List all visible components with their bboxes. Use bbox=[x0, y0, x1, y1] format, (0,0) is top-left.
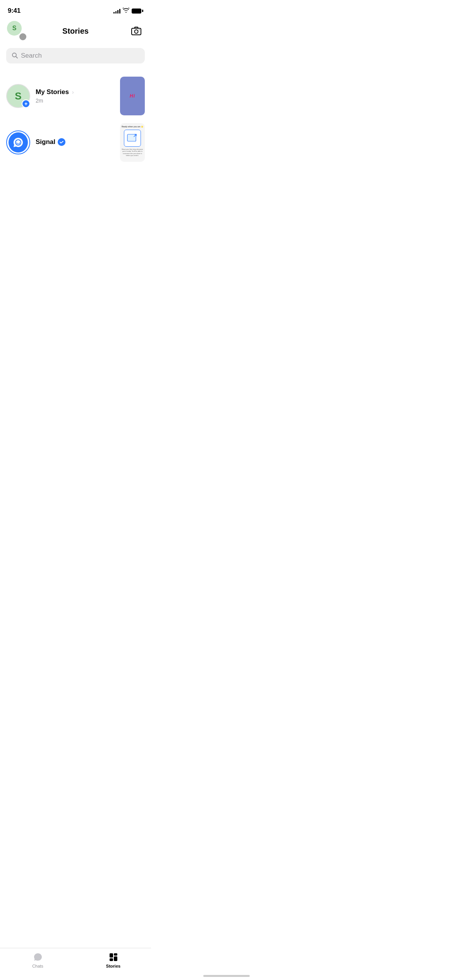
story-item-my-stories[interactable]: S + My Stories › 2m Hi bbox=[0, 73, 151, 119]
signal-thumb-header: Ready when you are 🌟 bbox=[122, 125, 143, 128]
svg-rect-0 bbox=[132, 28, 141, 35]
status-icons bbox=[113, 8, 143, 14]
svg-point-2 bbox=[139, 29, 140, 30]
page-title: Stories bbox=[62, 27, 89, 36]
signal-thumb-bg: Ready when you are 🌟 Share your first st… bbox=[120, 123, 145, 162]
signal-name-row: Signal bbox=[36, 138, 115, 146]
story-item-signal[interactable]: Signal Ready when you are 🌟 bbox=[0, 119, 151, 166]
my-stories-initial: S bbox=[15, 90, 21, 102]
avatar-overlap-dot bbox=[19, 33, 27, 41]
signal-logo-icon bbox=[12, 136, 25, 149]
my-stories-thumb-bg: Hi bbox=[120, 77, 145, 115]
signal-avatar-wrap bbox=[6, 130, 30, 154]
status-bar: 9:41 bbox=[0, 0, 151, 19]
signal-avatar-ring bbox=[6, 130, 30, 154]
signal-name: Signal bbox=[36, 138, 55, 146]
add-story-badge: + bbox=[22, 99, 30, 108]
signal-thumb-footer: Share your first story whenever you're r… bbox=[122, 148, 143, 157]
verified-badge-icon bbox=[58, 138, 65, 146]
signal-thumbnail[interactable]: Ready when you are 🌟 Share your first st… bbox=[120, 123, 145, 162]
camera-button[interactable] bbox=[129, 23, 144, 39]
svg-line-4 bbox=[16, 57, 17, 58]
my-stories-avatar-wrap: S + bbox=[6, 84, 30, 108]
svg-rect-6 bbox=[127, 134, 136, 141]
my-stories-chevron-icon: › bbox=[72, 89, 74, 95]
stories-list: S + My Stories › 2m Hi bbox=[0, 70, 151, 169]
signal-thumb-img bbox=[124, 130, 141, 147]
wifi-icon bbox=[123, 8, 129, 14]
battery-icon bbox=[132, 9, 143, 14]
search-container: Search bbox=[0, 45, 151, 70]
my-stories-name: My Stories bbox=[36, 88, 69, 96]
my-stories-info: My Stories › 2m bbox=[36, 88, 115, 104]
status-time: 9:41 bbox=[8, 7, 21, 15]
user-avatar-container[interactable]: S bbox=[7, 21, 27, 41]
search-bar[interactable]: Search bbox=[6, 48, 145, 63]
camera-icon bbox=[131, 26, 142, 36]
my-stories-time: 2m bbox=[36, 98, 43, 104]
svg-point-1 bbox=[135, 30, 138, 33]
my-stories-thumb-text: Hi bbox=[130, 93, 135, 99]
nav-header: S Stories bbox=[0, 19, 151, 45]
my-stories-thumbnail[interactable]: Hi bbox=[120, 77, 145, 115]
signal-logo-circle bbox=[9, 132, 28, 152]
signal-bars-icon bbox=[113, 8, 120, 14]
search-placeholder: Search bbox=[21, 52, 42, 60]
my-stories-name-row: My Stories › bbox=[36, 88, 115, 96]
signal-info: Signal bbox=[36, 138, 115, 147]
search-icon bbox=[12, 52, 18, 60]
